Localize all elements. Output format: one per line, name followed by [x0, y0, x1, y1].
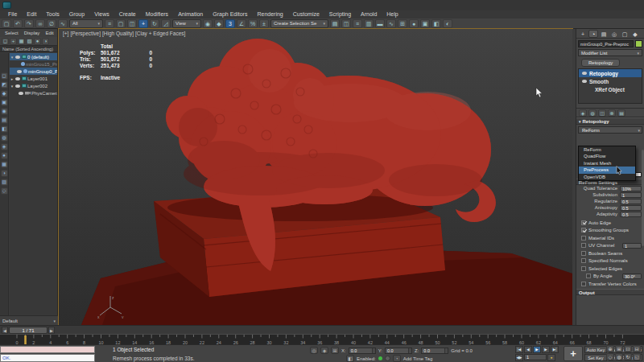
- create-key-button[interactable]: +: [564, 346, 583, 361]
- eye-icon[interactable]: [15, 56, 20, 59]
- angle-snap-icon[interactable]: ∠: [237, 19, 246, 28]
- clock-icon[interactable]: ◔: [393, 355, 401, 362]
- unlink-selection-icon[interactable]: ∅: [47, 19, 56, 28]
- filter-objects-icon[interactable]: ●: [34, 38, 41, 45]
- motion-tab-icon[interactable]: ◎: [609, 30, 619, 38]
- option-instant-mesh[interactable]: Instant Mesh: [579, 160, 635, 167]
- retopology-method-dropdown[interactable]: ReForm▾: [578, 126, 642, 134]
- display-layers-icon[interactable]: ◑: [1, 170, 8, 177]
- undo-icon[interactable]: ↶: [13, 19, 23, 28]
- eye-icon[interactable]: [19, 92, 23, 95]
- hierarchy-tab-icon[interactable]: ▤: [599, 30, 609, 38]
- option-openvdb[interactable]: OpenVDB: [579, 174, 635, 180]
- material-editor-icon[interactable]: ●: [409, 19, 419, 28]
- by-angle-checkbox[interactable]: By Angle30.0°: [576, 273, 644, 281]
- use-pivot-center-icon[interactable]: ◉: [203, 19, 213, 28]
- z-coordinate-field[interactable]: 0.0: [421, 348, 448, 354]
- percent-snap-icon[interactable]: %: [248, 19, 258, 28]
- select-and-link-icon[interactable]: ∞: [35, 19, 45, 28]
- adaptivity-spinner[interactable]: Adaptivity0.5: [576, 211, 644, 217]
- edit-named-sets-icon[interactable]: ▤: [330, 19, 340, 28]
- menu-item[interactable]: Customize: [288, 10, 324, 19]
- previous-key-button[interactable]: ◀: [524, 346, 532, 353]
- explorer-settings-icon[interactable]: ◑: [42, 38, 49, 45]
- zoom-region-icon[interactable]: ⊟: [633, 345, 641, 352]
- zoom-extents-icon[interactable]: ⊡: [624, 345, 632, 352]
- menu-item[interactable]: Rendering: [252, 10, 287, 19]
- curve-editor-icon[interactable]: ∿: [386, 19, 396, 28]
- tab-select[interactable]: Select: [2, 31, 21, 35]
- utilities-tab-icon[interactable]: ◆: [630, 30, 640, 38]
- menu-item[interactable]: Help: [382, 10, 402, 19]
- modify-tab-icon[interactable]: ◔: [588, 30, 598, 38]
- maximize-viewport-icon[interactable]: ◱: [633, 353, 641, 360]
- tree-row-physcamera[interactable]: PhysCamera001: [10, 89, 57, 97]
- play-button[interactable]: ▶: [533, 346, 541, 353]
- menu-item[interactable]: Modifiers: [141, 10, 173, 19]
- menu-item[interactable]: Graph Editors: [208, 10, 252, 19]
- eye-icon[interactable]: [15, 77, 20, 80]
- select-by-name-icon[interactable]: ≡: [105, 19, 114, 28]
- expander-icon[interactable]: ▸: [10, 76, 14, 81]
- material-ids-checkbox[interactable]: Material IDs: [576, 234, 644, 242]
- render-setup-icon[interactable]: ▣: [420, 19, 430, 28]
- key-icon[interactable]: ●: [547, 354, 555, 361]
- tab-edit[interactable]: Edit: [43, 31, 56, 35]
- eye-icon[interactable]: [15, 84, 20, 88]
- set-key-button[interactable]: Set Key: [584, 354, 607, 361]
- next-key-button[interactable]: ▶: [542, 346, 550, 353]
- perspective-viewport[interactable]: [+] [Perspective] [High Quality] [Clay +…: [59, 29, 572, 325]
- rendered-frame-icon[interactable]: ◧: [431, 19, 441, 28]
- viewport-quality-menu[interactable]: [High Quality]: [102, 31, 134, 36]
- menu-item[interactable]: Arnold: [356, 10, 382, 19]
- rectangular-selection-icon[interactable]: ▢: [116, 19, 126, 28]
- app-icon[interactable]: [2, 2, 11, 9]
- schematic-view-icon[interactable]: ⊞: [398, 19, 407, 28]
- absolute-mode-icon[interactable]: ⊞: [331, 347, 339, 354]
- go-to-start-button[interactable]: |◀: [515, 346, 523, 353]
- layer-manager-icon[interactable]: ▥: [364, 19, 374, 28]
- selected-edges-checkbox[interactable]: Selected Edges: [576, 265, 644, 273]
- macro-toggle-icon[interactable]: ◧: [346, 355, 354, 362]
- option-preprocess[interactable]: PreProcess: [579, 167, 635, 173]
- viewport-plus-menu[interactable]: [+]: [63, 31, 68, 36]
- output-rollout-header[interactable]: Output: [576, 289, 644, 295]
- isolate-selection-icon[interactable]: ◎: [310, 347, 318, 354]
- select-object-icon[interactable]: ▢: [2, 19, 11, 28]
- configure-modifier-sets-icon[interactable]: ▤: [617, 109, 625, 117]
- add-group-icon[interactable]: ▧: [26, 38, 33, 45]
- tree-row-preproc[interactable]: minGrou15_Preproc: [10, 60, 57, 68]
- remove-modifier-icon[interactable]: ⊗: [608, 109, 616, 117]
- snap-toggle-icon[interactable]: 3: [225, 19, 235, 28]
- object-name-field[interactable]: minGroup0_Pre-Preproc: [578, 40, 634, 47]
- auto-key-button[interactable]: Auto Key: [584, 346, 607, 353]
- menu-item[interactable]: Edit: [22, 10, 41, 19]
- eye-icon[interactable]: [582, 72, 587, 75]
- time-slider-handle[interactable]: 1 / 71: [9, 327, 47, 334]
- display-containers-icon[interactable]: ●: [1, 152, 8, 159]
- x-coordinate-field[interactable]: 0.0: [349, 348, 376, 354]
- display-shapes-icon[interactable]: ◩: [1, 81, 8, 88]
- current-frame-field[interactable]: 1: [524, 354, 547, 360]
- previous-frame-button[interactable]: ◀: [2, 327, 8, 334]
- show-end-result-icon[interactable]: ◍: [588, 109, 597, 117]
- object-color-swatch[interactable]: [635, 40, 642, 47]
- zoom-all-icon[interactable]: ⊞: [615, 345, 623, 352]
- maxscript-mini-listener[interactable]: OK.: [0, 346, 95, 362]
- ribbon-toggle-icon[interactable]: ▬: [375, 19, 385, 28]
- macro-recorder-line[interactable]: [0, 346, 95, 353]
- tree-row-layer001[interactable]: ▸Layer001: [10, 75, 57, 82]
- y-coordinate-field[interactable]: 0.0: [385, 348, 412, 354]
- pick-parent-icon[interactable]: +: [10, 38, 17, 45]
- transfer-vertex-colors-checkbox[interactable]: Transfer Vertex Colors: [576, 280, 644, 288]
- listener-options-icon[interactable]: [385, 356, 390, 361]
- menu-item[interactable]: Group: [64, 10, 89, 19]
- create-tab-icon[interactable]: +: [578, 30, 588, 38]
- lock-explorer-icon[interactable]: ◻: [2, 38, 9, 45]
- key-mode-toggle-icon[interactable]: ◀▶: [515, 354, 523, 361]
- pan-icon[interactable]: ◇: [606, 353, 614, 360]
- option-quadflow[interactable]: QuadFlow: [579, 153, 635, 159]
- smoothing-groups-checkbox[interactable]: Smoothing Groups: [576, 227, 644, 235]
- hierarchy-view-icon[interactable]: ◇: [1, 187, 8, 195]
- selection-filter-dropdown[interactable]: All▾: [69, 19, 103, 28]
